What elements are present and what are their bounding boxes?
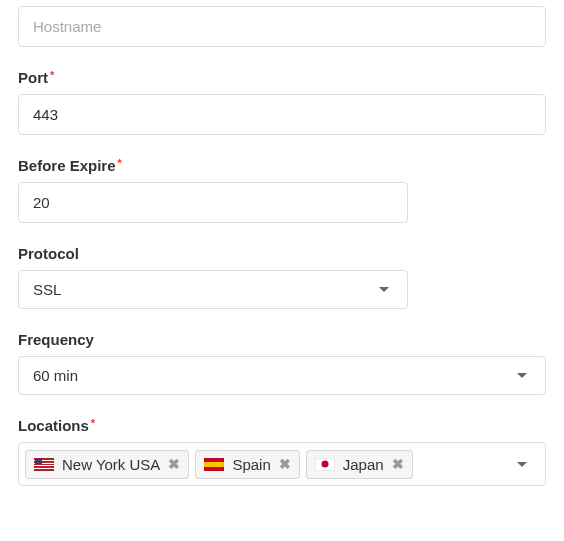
location-chip: Japan ✖ — [306, 450, 413, 479]
before-expire-label: Before Expire* — [18, 157, 546, 174]
protocol-selected-value: SSL — [33, 281, 379, 298]
location-chip: Spain ✖ — [195, 450, 299, 479]
port-label: Port* — [18, 69, 546, 86]
frequency-label: Frequency — [18, 331, 546, 348]
remove-chip-icon[interactable]: ✖ — [168, 457, 180, 471]
frequency-field-group: Frequency 60 min — [18, 331, 546, 395]
protocol-field-group: Protocol SSL — [18, 245, 546, 309]
flag-jp-icon — [315, 458, 335, 471]
required-star-icon: * — [50, 69, 54, 81]
flag-us-icon — [34, 458, 54, 471]
flag-es-icon — [204, 458, 224, 471]
before-expire-input[interactable] — [18, 182, 408, 223]
location-chip-label: New York USA — [62, 456, 160, 473]
before-expire-label-text: Before Expire — [18, 157, 116, 174]
protocol-label: Protocol — [18, 245, 546, 262]
port-field-group: Port* — [18, 69, 546, 135]
required-star-icon: * — [91, 417, 95, 429]
chevron-down-icon — [517, 462, 527, 467]
locations-field-group: Locations* New York USA ✖ Spain ✖ Japan … — [18, 417, 546, 486]
location-chip-label: Spain — [232, 456, 270, 473]
port-label-text: Port — [18, 69, 48, 86]
protocol-select[interactable]: SSL — [18, 270, 408, 309]
location-chip: New York USA ✖ — [25, 450, 189, 479]
port-input[interactable] — [18, 94, 546, 135]
hostname-input[interactable] — [18, 6, 546, 47]
required-star-icon: * — [118, 157, 122, 169]
location-chip-label: Japan — [343, 456, 384, 473]
frequency-selected-value: 60 min — [33, 367, 517, 384]
locations-label-text: Locations — [18, 417, 89, 434]
frequency-select[interactable]: 60 min — [18, 356, 546, 395]
chevron-down-icon — [517, 373, 527, 378]
chevron-down-icon — [379, 287, 389, 292]
hostname-field-group — [18, 6, 546, 47]
remove-chip-icon[interactable]: ✖ — [279, 457, 291, 471]
locations-label: Locations* — [18, 417, 546, 434]
remove-chip-icon[interactable]: ✖ — [392, 457, 404, 471]
locations-multiselect[interactable]: New York USA ✖ Spain ✖ Japan ✖ — [18, 442, 546, 486]
before-expire-field-group: Before Expire* — [18, 157, 546, 223]
